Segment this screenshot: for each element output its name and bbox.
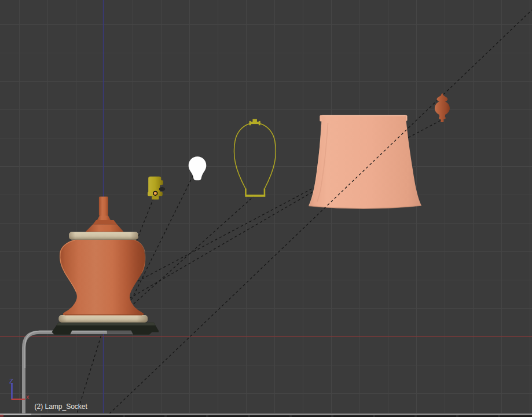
svg-text:Z: Z <box>9 378 13 385</box>
svg-text:x: x <box>26 393 30 400</box>
svg-text:(2) Lamp_Socket: (2) Lamp_Socket <box>35 403 88 411</box>
